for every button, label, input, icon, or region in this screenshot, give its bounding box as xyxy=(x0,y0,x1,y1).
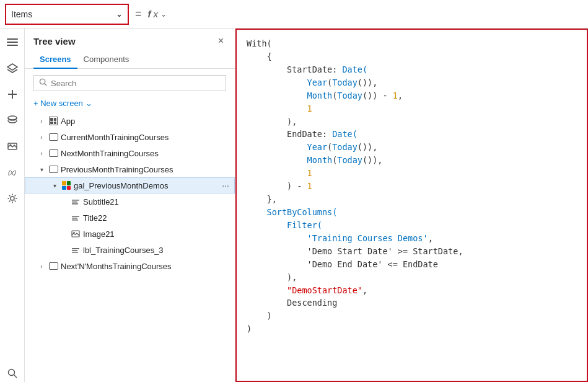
fx-x: x xyxy=(154,9,159,19)
search-icon xyxy=(39,78,47,88)
svg-rect-16 xyxy=(72,203,78,205)
gal-label: gal_PreviousMonthDemos xyxy=(74,181,218,190)
screen-icon-nextn xyxy=(48,261,58,271)
screen-icon-previous xyxy=(48,164,58,174)
tree-item-image[interactable]: Image21 xyxy=(25,226,235,242)
tab-screens[interactable]: Screens xyxy=(33,51,77,69)
fx-area: f x ⌄ xyxy=(148,9,167,19)
svg-rect-15 xyxy=(72,202,77,203)
main-content: (x) Tree view × Screens Components + New… xyxy=(0,29,588,382)
svg-marker-3 xyxy=(7,64,17,70)
chevron-nextn xyxy=(37,262,46,270)
chevron-gal xyxy=(50,181,59,190)
svg-rect-24 xyxy=(72,252,78,253)
svg-point-9 xyxy=(11,197,14,200)
lbl-label: lbl_TrainingCourses_3 xyxy=(83,246,231,255)
chevron-previous xyxy=(37,165,46,174)
search-box[interactable] xyxy=(33,75,226,91)
tree-title: Tree view xyxy=(33,36,76,47)
chevron-app xyxy=(37,117,46,125)
tab-components[interactable]: Components xyxy=(77,51,136,69)
tree-header: Tree view × xyxy=(25,29,235,51)
image-label: Image21 xyxy=(83,229,231,239)
current-label: CurrentMonthTrainingCourses xyxy=(61,133,231,142)
svg-rect-14 xyxy=(72,200,79,201)
variables-label: (x) xyxy=(8,169,16,176)
tabs: Screens Components xyxy=(25,51,235,69)
tree-panel: Tree view × Screens Components + New scr… xyxy=(25,29,235,382)
search-nav-icon[interactable] xyxy=(4,365,21,382)
layers-icon[interactable] xyxy=(4,60,21,77)
text-icon-subtitle xyxy=(71,197,81,207)
items-label: Items xyxy=(11,9,32,19)
icon-rail: (x) xyxy=(0,29,25,382)
tree-items: App CurrentMonthTrainingCourses NextMont… xyxy=(25,113,235,382)
tree-item-app[interactable]: App xyxy=(25,113,235,129)
tree-item-nextn[interactable]: Next'N'MonthsTrainingCourses xyxy=(25,258,235,274)
fx-chevron: ⌄ xyxy=(160,10,167,19)
media-icon[interactable] xyxy=(4,138,21,155)
tree-item-next[interactable]: NextMonthTrainingCourses xyxy=(25,145,235,161)
settings-icon[interactable] xyxy=(4,190,21,207)
data-icon[interactable] xyxy=(4,112,21,129)
new-screen-chevron: ⌄ xyxy=(86,99,92,108)
svg-rect-0 xyxy=(7,38,18,40)
svg-line-13 xyxy=(45,84,46,86)
app-label: App xyxy=(61,117,231,126)
fx-icon: f xyxy=(148,9,151,19)
screen-icon-current xyxy=(48,132,58,142)
menu-icon[interactable] xyxy=(4,33,21,51)
tree-item-previous[interactable]: PreviousMonthTrainingCourses xyxy=(25,161,235,177)
more-button[interactable]: ··· xyxy=(221,180,230,190)
search-input[interactable] xyxy=(51,79,221,88)
tree-item-lbl[interactable]: lbl_TrainingCourses_3 xyxy=(25,242,235,258)
svg-rect-1 xyxy=(7,42,18,43)
subtitle-label: Subtitle21 xyxy=(83,197,231,207)
text-icon-title xyxy=(71,213,81,223)
tree-item-gal[interactable]: gal_PreviousMonthDemos ··· xyxy=(25,177,235,193)
nextn-label: Next'N'MonthsTrainingCourses xyxy=(61,262,231,271)
dropdown-chevron: ⌄ xyxy=(116,9,123,19)
code-content: With( { StartDate: Date( Year(Today()), … xyxy=(247,37,577,335)
tree-item-current[interactable]: CurrentMonthTrainingCourses xyxy=(25,129,235,145)
svg-point-21 xyxy=(73,232,74,233)
title-label: Title22 xyxy=(83,213,231,223)
svg-rect-22 xyxy=(72,248,79,249)
svg-rect-18 xyxy=(72,218,77,219)
svg-line-11 xyxy=(14,375,17,378)
code-editor[interactable]: With( { StartDate: Date( Year(Today()), … xyxy=(235,29,588,382)
gallery-icon xyxy=(61,180,71,190)
close-button[interactable]: × xyxy=(216,35,226,47)
equals-sign: = xyxy=(133,7,144,20)
chevron-current xyxy=(37,133,46,141)
chevron-next xyxy=(37,149,46,158)
app-icon xyxy=(48,116,58,126)
screen-icon-next xyxy=(48,148,58,158)
tree-item-title[interactable]: Title22 xyxy=(25,210,235,226)
items-dropdown[interactable]: Items ⌄ xyxy=(5,4,129,25)
text-icon-lbl xyxy=(71,245,81,255)
svg-rect-2 xyxy=(7,45,18,46)
svg-point-6 xyxy=(8,116,17,120)
tree-item-subtitle[interactable]: Subtitle21 xyxy=(25,193,235,210)
top-bar: Items ⌄ = f x ⌄ xyxy=(0,0,588,29)
svg-rect-17 xyxy=(72,216,79,217)
svg-rect-23 xyxy=(72,250,77,251)
svg-point-8 xyxy=(9,144,11,146)
insert-icon[interactable] xyxy=(4,86,21,103)
variables-icon[interactable]: (x) xyxy=(4,164,21,181)
svg-point-12 xyxy=(40,79,45,84)
image-icon xyxy=(71,229,81,239)
previous-label: PreviousMonthTrainingCourses xyxy=(61,165,231,174)
svg-point-10 xyxy=(8,370,14,376)
next-label: NextMonthTrainingCourses xyxy=(61,149,231,158)
new-screen-label: + New screen xyxy=(33,99,83,108)
svg-rect-19 xyxy=(72,220,78,221)
new-screen-button[interactable]: + New screen ⌄ xyxy=(33,99,226,108)
